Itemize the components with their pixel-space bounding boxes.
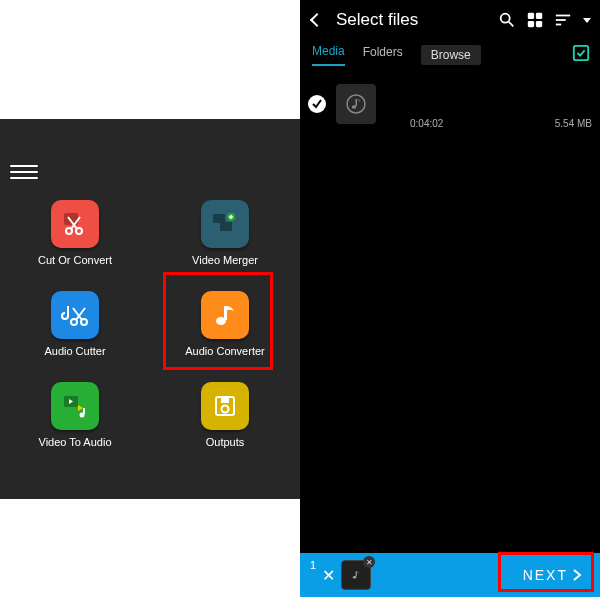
svg-rect-20 [528, 21, 534, 27]
selected-thumb[interactable]: ✕ [341, 560, 371, 590]
svg-rect-21 [536, 21, 542, 27]
tab-browse[interactable]: Browse [421, 45, 481, 65]
svg-rect-24 [556, 24, 561, 26]
svg-rect-15 [221, 397, 229, 403]
svg-rect-31 [356, 571, 357, 576]
audio-thumbnail [336, 84, 376, 124]
svg-rect-23 [556, 19, 566, 21]
svg-rect-19 [536, 13, 542, 19]
tool-menu-screen: Cut Or Convert Video Merger Audio Cutter… [0, 0, 300, 597]
tool-video-to-audio[interactable]: Video To Audio [39, 382, 112, 448]
grid-view-icon[interactable] [526, 11, 544, 29]
svg-rect-26 [574, 46, 588, 60]
remove-thumb-icon[interactable]: ✕ [363, 556, 375, 568]
tab-bar: Media Folders Browse [300, 40, 600, 70]
svg-rect-4 [220, 222, 232, 231]
svg-rect-3 [213, 214, 225, 223]
tab-media[interactable]: Media [312, 44, 345, 66]
tool-label: Audio Cutter [44, 345, 105, 357]
hamburger-icon[interactable] [10, 158, 38, 186]
selection-count: 1 [310, 559, 316, 571]
page-title: Select files [336, 10, 488, 30]
tool-outputs[interactable]: Outputs [201, 382, 249, 448]
svg-marker-25 [583, 18, 591, 23]
file-duration: 0:04:02 [410, 118, 443, 129]
dropdown-icon[interactable] [582, 11, 592, 29]
select-files-screen: Select files Media Folders Browse [300, 0, 600, 597]
checkbox-checked-icon[interactable] [308, 95, 326, 113]
highlight-next [498, 552, 594, 592]
svg-point-17 [501, 14, 510, 23]
tool-label: Cut Or Convert [38, 254, 112, 266]
highlight-audio-converter [163, 272, 273, 370]
svg-rect-29 [356, 99, 358, 106]
clear-selection-icon[interactable]: ✕ [322, 566, 335, 585]
video-audio-icon [51, 382, 99, 430]
toolbar: Select files [300, 0, 600, 40]
tool-label: Outputs [206, 436, 245, 448]
file-size: 5.54 MB [555, 118, 592, 129]
tool-label: Video Merger [192, 254, 258, 266]
tab-folders[interactable]: Folders [363, 45, 403, 65]
audio-scissors-icon [51, 291, 99, 339]
svg-rect-13 [83, 408, 85, 414]
svg-rect-22 [556, 15, 570, 17]
back-icon[interactable] [308, 11, 326, 29]
tool-label: Video To Audio [39, 436, 112, 448]
search-icon[interactable] [498, 11, 516, 29]
merge-icon [201, 200, 249, 248]
tool-video-merger[interactable]: Video Merger [192, 200, 258, 266]
selection-group: 1 ✕ ✕ [310, 560, 371, 590]
select-all-icon[interactable] [572, 44, 590, 62]
sort-icon[interactable] [554, 11, 572, 29]
film-scissors-icon [51, 200, 99, 248]
svg-point-16 [222, 406, 229, 413]
tool-cut-or-convert[interactable]: Cut Or Convert [38, 200, 112, 266]
tool-audio-cutter[interactable]: Audio Cutter [44, 291, 105, 357]
svg-rect-18 [528, 13, 534, 19]
save-icon [201, 382, 249, 430]
file-meta: 0:04:02 5.54 MB [410, 118, 592, 129]
